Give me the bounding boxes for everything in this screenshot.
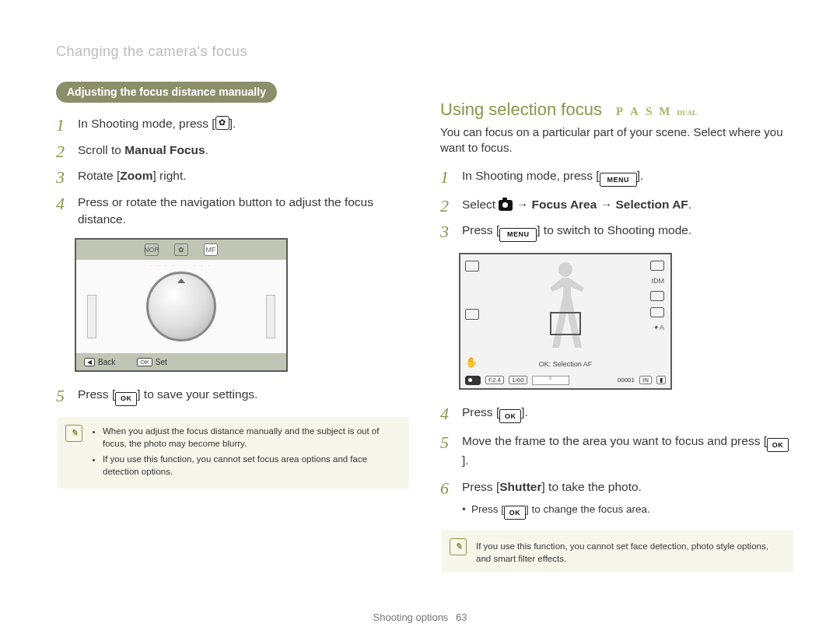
step-text: ] right.	[152, 169, 186, 182]
sub-text: Press [	[471, 503, 504, 515]
step-text: Move the frame to the area you want to f…	[462, 434, 767, 447]
ok-icon: OK	[504, 506, 526, 520]
storage-label: IN	[639, 376, 652, 384]
step-bold: Zoom	[120, 169, 152, 182]
left-step-1: In Shooting mode, press [].	[56, 115, 409, 132]
battery-small-icon: ▮	[656, 376, 666, 384]
set-label: Set	[156, 358, 167, 366]
right-step-6: Press [Shutter] to take the photo.	[440, 478, 793, 496]
page-footer: Shooting options 63	[0, 611, 840, 623]
mode-dial-icon	[465, 376, 481, 385]
option-mf-icon: MF	[204, 243, 218, 256]
lcd-manual-focus: NOR ✿ MF · · · · · · · · · ◀Back OKSet	[75, 238, 409, 372]
shutter-speed: 1/60	[509, 376, 527, 384]
subject-silhouette	[538, 259, 593, 352]
left-steps-cont: Press [OK] to save your settings.	[56, 386, 409, 405]
step-bold: Shutter	[499, 480, 541, 493]
menu-icon: MENU	[600, 173, 637, 187]
lcd-screen: NOR ✿ MF · · · · · · · · · ◀Back OKSet	[75, 238, 288, 372]
arrow-icon: →	[597, 198, 615, 211]
note-icon: ✎	[65, 425, 82, 442]
dial-ticks: · · · · · · · · ·	[150, 263, 212, 268]
macro-flower-icon	[215, 116, 229, 130]
step-text: Press [	[462, 223, 499, 236]
step-text: Press [	[462, 480, 499, 493]
option-flower-icon: ✿	[174, 243, 188, 256]
focus-frame	[550, 312, 581, 335]
ok-key-icon: OK	[137, 358, 152, 366]
left-column: Changing the camera's focus Adjusting th…	[56, 44, 409, 573]
note-item: If you use this function, you cannot set…	[103, 453, 398, 478]
step-text: In Shooting mode, press [	[78, 117, 215, 130]
focus-mode-icon	[650, 307, 664, 317]
card-icon	[465, 309, 479, 320]
mode-m: M	[659, 105, 670, 118]
step-text: Rotate [	[78, 169, 120, 182]
camera-icon	[499, 200, 513, 211]
scale-right	[266, 295, 275, 338]
left-step-5: Press [OK] to save your settings.	[56, 386, 409, 405]
section-title: Using selection focus P A S M DUAL	[440, 100, 793, 120]
lcd-set-button: OKSet	[137, 358, 167, 366]
step-text: ].	[521, 405, 528, 419]
footer-label: Shooting options	[373, 611, 449, 623]
stabilizer-icon: ✋	[465, 357, 478, 370]
option-nor-icon: NOR	[145, 243, 159, 256]
sub-text: ] to change the focus area.	[526, 503, 650, 515]
lcd-left-icons: ✋	[465, 261, 479, 370]
arrow-icon: →	[513, 198, 531, 211]
step-text: ] to take the photo.	[541, 480, 641, 493]
grid-icon	[465, 261, 479, 271]
scale-left	[87, 295, 96, 338]
left-step-4: Press or rotate the navigation button to…	[56, 194, 409, 227]
left-step-3: Rotate [Zoom] right.	[56, 167, 409, 184]
title-text: Using selection focus	[440, 100, 602, 120]
step-text: Press [	[78, 387, 115, 401]
step-text: ] to save your settings.	[137, 387, 257, 401]
mode-indicators: P A S M DUAL	[616, 105, 697, 118]
lcd-back-button: ◀Back	[84, 358, 115, 366]
right-step-4: Press [OK].	[440, 404, 793, 423]
step-bold: Selection AF	[615, 198, 688, 211]
ok-icon: OK	[499, 409, 521, 423]
right-step-5: Move the frame to the area you want to f…	[440, 433, 793, 469]
right-steps-cont: Press [OK]. Move the frame to the area y…	[440, 404, 793, 496]
note-list: When you adjust the focus distance manua…	[92, 425, 398, 481]
step-bold: Focus Area	[532, 198, 597, 211]
shots-remaining: 00001	[618, 377, 635, 384]
mode-s: S	[646, 105, 653, 118]
note-icon: ✎	[450, 538, 467, 555]
left-step-2: Scroll to Manual Focus.	[56, 142, 409, 159]
left-steps: In Shooting mode, press []. Scroll to Ma…	[56, 115, 409, 227]
note-text: If you use this function, you cannot set…	[476, 538, 782, 565]
size-label: IDM	[652, 277, 665, 285]
nav-dial-icon	[146, 271, 216, 342]
lcd-screen: ✋ IDM ✦A OK: Selection AF F2.4 1/6	[459, 253, 672, 390]
right-note-box: ✎ If you use this function, you cannot s…	[442, 531, 793, 573]
right-step-2: Select → Focus Area → Selection AF.	[440, 196, 793, 213]
back-key-icon: ◀	[84, 358, 95, 366]
step-text: .	[205, 143, 208, 156]
page-number: 63	[456, 611, 467, 623]
right-step-3: Press [MENU] to switch to Shooting mode.	[440, 222, 793, 241]
flash-label: ✦A	[653, 324, 664, 331]
section-intro: You can focus on a particular part of yo…	[440, 124, 793, 156]
step-text: Press [	[462, 405, 499, 419]
mode-a: A	[630, 105, 639, 118]
lcd-right-icons: IDM ✦A	[650, 261, 664, 331]
step-text: Press or rotate the navigation button to…	[78, 195, 373, 226]
right-step-1: In Shooting mode, press [MENU].	[440, 167, 793, 187]
ev-gauge	[532, 376, 569, 385]
step-text: ].	[229, 117, 236, 130]
menu-icon: MENU	[499, 228, 537, 242]
right-sub-bullet: Press [OK] to change the focus area.	[440, 503, 793, 520]
lcd-mid: · · · · · · · · ·	[76, 260, 286, 353]
right-steps: In Shooting mode, press [MENU]. Select →…	[440, 167, 793, 242]
lcd-botbar: ◀Back OKSet	[76, 353, 286, 370]
subsection-pill: Adjusting the focus distance manually	[56, 82, 277, 103]
battery-icon	[650, 261, 664, 271]
lcd-selection-af: ✋ IDM ✦A OK: Selection AF F2.4 1/6	[459, 253, 793, 390]
step-text: .	[688, 198, 691, 211]
mode-dual: DUAL	[677, 109, 697, 117]
fnumber: F2.4	[485, 376, 504, 384]
